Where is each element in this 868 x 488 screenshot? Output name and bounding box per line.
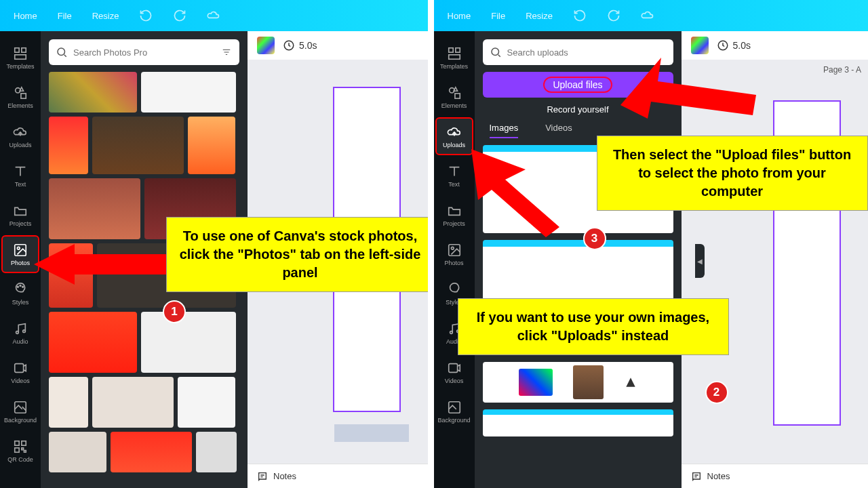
duration-control[interactable]: 5.0s xyxy=(717,39,751,52)
svg-point-7 xyxy=(17,286,18,287)
collapse-panel[interactable]: ◀ xyxy=(695,244,705,278)
templates-icon xyxy=(13,46,28,61)
tab-images[interactable]: Images xyxy=(490,123,519,138)
undo-icon[interactable] xyxy=(139,9,153,22)
videos-icon xyxy=(13,361,28,375)
svg-rect-20 xyxy=(448,47,452,52)
uploaded-thumb[interactable] xyxy=(519,369,553,396)
search-icon xyxy=(56,46,68,58)
notes-bar[interactable]: Notes xyxy=(248,464,428,488)
search-uploads-input[interactable] xyxy=(507,47,667,58)
sidebar-videos[interactable]: Videos xyxy=(435,353,473,391)
svg-point-31 xyxy=(492,48,499,56)
cloud-icon[interactable] xyxy=(207,9,220,22)
svg-point-10 xyxy=(16,331,19,333)
menu-resize[interactable]: Resize xyxy=(526,11,553,21)
uploads-icon xyxy=(447,125,462,140)
sidebar-photos[interactable]: Photos xyxy=(435,235,473,273)
callout-2: If you want to use your own images, clic… xyxy=(458,298,729,355)
sidebar-projects[interactable]: Projects xyxy=(435,196,473,234)
sidebar-background[interactable]: Background xyxy=(435,392,473,430)
stock-photo[interactable] xyxy=(49,312,137,373)
svg-point-8 xyxy=(20,285,21,286)
svg-point-17 xyxy=(58,48,65,56)
svg-rect-1 xyxy=(22,47,26,52)
undo-icon[interactable] xyxy=(573,9,587,22)
styles-icon xyxy=(447,282,462,297)
videos-icon xyxy=(447,361,462,375)
sidebar-videos[interactable]: Videos xyxy=(1,353,39,391)
projects-icon xyxy=(13,203,28,218)
svg-rect-22 xyxy=(448,54,460,58)
search-photos-input[interactable] xyxy=(73,47,215,58)
color-chip[interactable] xyxy=(691,37,709,54)
sidebar-projects[interactable]: Projects xyxy=(1,196,39,234)
delta-icon xyxy=(624,375,637,389)
top-menu-bar: Home File Resize xyxy=(0,0,428,31)
clock-icon xyxy=(283,39,295,52)
notes-icon xyxy=(257,471,268,482)
stock-photo[interactable] xyxy=(178,377,235,428)
svg-point-9 xyxy=(22,286,24,287)
menu-resize[interactable]: Resize xyxy=(92,11,119,21)
stock-photo[interactable] xyxy=(49,72,137,113)
filter-icon[interactable] xyxy=(220,47,233,57)
stock-photo[interactable] xyxy=(49,117,88,174)
sidebar-text[interactable]: Text xyxy=(1,157,39,195)
elements-icon xyxy=(13,85,28,100)
svg-rect-0 xyxy=(15,47,19,52)
sidebar-templates[interactable]: Templates xyxy=(1,39,39,77)
svg-rect-24 xyxy=(454,93,459,98)
tab-videos[interactable]: Videos xyxy=(545,123,572,138)
stock-photo[interactable] xyxy=(49,178,140,239)
sidebar-elements[interactable]: Elements xyxy=(1,78,39,116)
menu-home[interactable]: Home xyxy=(14,11,37,21)
redo-icon[interactable] xyxy=(607,9,620,22)
search-photos[interactable] xyxy=(49,39,239,65)
annotation-arrow xyxy=(471,149,559,237)
sidebar-text[interactable]: Text xyxy=(435,157,473,195)
menu-file[interactable]: File xyxy=(491,11,505,21)
sidebar-qrcode[interactable]: QR Code xyxy=(1,432,39,470)
stock-photo[interactable] xyxy=(141,72,236,113)
step-badge-2: 2 xyxy=(705,381,728,404)
uploaded-thumb[interactable] xyxy=(483,409,673,436)
svg-rect-15 xyxy=(22,441,26,445)
styles-icon xyxy=(13,282,28,297)
stock-photo[interactable] xyxy=(92,377,174,428)
sidebar-uploads[interactable]: Uploads xyxy=(1,117,39,155)
sidebar-audio[interactable]: Audio xyxy=(1,314,39,352)
color-chip[interactable] xyxy=(257,37,275,54)
page-thumb[interactable] xyxy=(334,424,409,442)
svg-point-26 xyxy=(451,247,454,249)
stock-photo[interactable] xyxy=(141,312,236,373)
uploaded-thumb[interactable] xyxy=(573,365,604,399)
cloud-icon[interactable] xyxy=(641,9,654,22)
notes-icon xyxy=(691,471,702,482)
projects-icon xyxy=(447,203,462,218)
text-icon xyxy=(13,164,28,179)
step-badge-1: 1 xyxy=(163,300,186,323)
templates-icon xyxy=(447,46,462,61)
stock-photo[interactable] xyxy=(111,432,192,472)
text-icon xyxy=(447,164,462,179)
stock-photo[interactable] xyxy=(49,432,106,472)
sidebar-elements[interactable]: Elements xyxy=(435,78,473,116)
stock-photo[interactable] xyxy=(188,117,235,174)
svg-point-11 xyxy=(23,329,26,332)
stock-photo[interactable] xyxy=(196,432,237,472)
search-icon xyxy=(490,46,502,58)
svg-point-27 xyxy=(450,331,452,333)
duration-control[interactable]: 5.0s xyxy=(283,39,317,52)
sidebar-templates[interactable]: Templates xyxy=(435,39,473,77)
redo-icon[interactable] xyxy=(173,9,186,22)
stock-photo[interactable] xyxy=(49,377,88,428)
sidebar-background[interactable]: Background xyxy=(1,392,39,430)
photos-icon xyxy=(13,243,28,258)
stock-photo[interactable] xyxy=(92,117,184,174)
menu-home[interactable]: Home xyxy=(448,11,471,21)
menu-file[interactable]: File xyxy=(58,11,72,21)
callout-1: To use one of Canva's stock photos, clic… xyxy=(166,217,428,292)
sidebar-uploads[interactable]: Uploads xyxy=(435,117,473,155)
notes-bar[interactable]: Notes xyxy=(682,464,869,488)
